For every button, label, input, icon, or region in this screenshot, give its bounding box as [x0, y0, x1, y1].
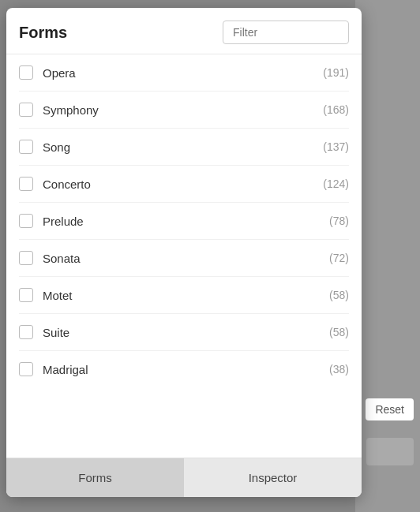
item-count: (191) — [323, 66, 349, 79]
item-count: (78) — [329, 215, 349, 227]
forms-tab-button[interactable]: Forms — [6, 458, 184, 497]
modal-overlay: Reset Forms Opera(191)Symphony(168)Song(… — [0, 0, 420, 512]
item-count: (72) — [329, 252, 349, 264]
list-item[interactable]: Motet(58) — [19, 277, 349, 314]
list-item[interactable]: Suite(58) — [19, 314, 349, 351]
item-checkbox[interactable] — [19, 251, 33, 265]
item-count: (137) — [323, 140, 349, 153]
item-label: Concerto — [43, 178, 91, 191]
action-button[interactable] — [366, 438, 414, 465]
item-checkbox[interactable] — [19, 177, 33, 191]
item-count: (168) — [323, 103, 349, 116]
filter-input[interactable] — [223, 21, 349, 44]
item-label: Opera — [43, 66, 76, 80]
modal-title: Forms — [19, 24, 67, 42]
item-checkbox[interactable] — [19, 103, 33, 117]
item-label: Song — [43, 140, 70, 154]
list-item[interactable]: Prelude(78) — [19, 203, 349, 240]
item-checkbox[interactable] — [19, 325, 33, 339]
modal-list: Opera(191)Symphony(168)Song(137)Concerto… — [6, 54, 362, 458]
list-item[interactable]: Symphony(168) — [19, 92, 349, 129]
list-item[interactable]: Sonata(72) — [19, 240, 349, 277]
item-label: Suite — [43, 326, 69, 339]
item-label: Madrigal — [43, 363, 88, 376]
modal-footer: Forms Inspector — [6, 458, 362, 497]
item-checkbox[interactable] — [19, 288, 33, 302]
item-count: (58) — [329, 326, 349, 338]
item-label: Prelude — [43, 215, 84, 228]
item-label: Motet — [43, 289, 73, 302]
item-count: (58) — [329, 289, 349, 301]
item-label: Symphony — [43, 103, 99, 117]
right-panel: Reset — [355, 0, 420, 512]
reset-button[interactable]: Reset — [366, 398, 414, 420]
inspector-tab-button[interactable]: Inspector — [184, 458, 362, 497]
list-item[interactable]: Opera(191) — [19, 54, 349, 92]
item-checkbox[interactable] — [19, 140, 33, 154]
item-checkbox[interactable] — [19, 214, 33, 228]
list-item[interactable]: Madrigal(38) — [19, 351, 349, 387]
item-checkbox[interactable] — [19, 362, 33, 376]
modal-dialog: Forms Opera(191)Symphony(168)Song(137)Co… — [6, 8, 362, 497]
item-label: Sonata — [43, 252, 81, 265]
item-checkbox[interactable] — [19, 65, 33, 80]
list-item[interactable]: Song(137) — [19, 129, 349, 166]
list-item[interactable]: Concerto(124) — [19, 166, 349, 203]
modal-header: Forms — [6, 8, 362, 54]
item-count: (38) — [329, 363, 349, 376]
item-count: (124) — [323, 178, 349, 190]
